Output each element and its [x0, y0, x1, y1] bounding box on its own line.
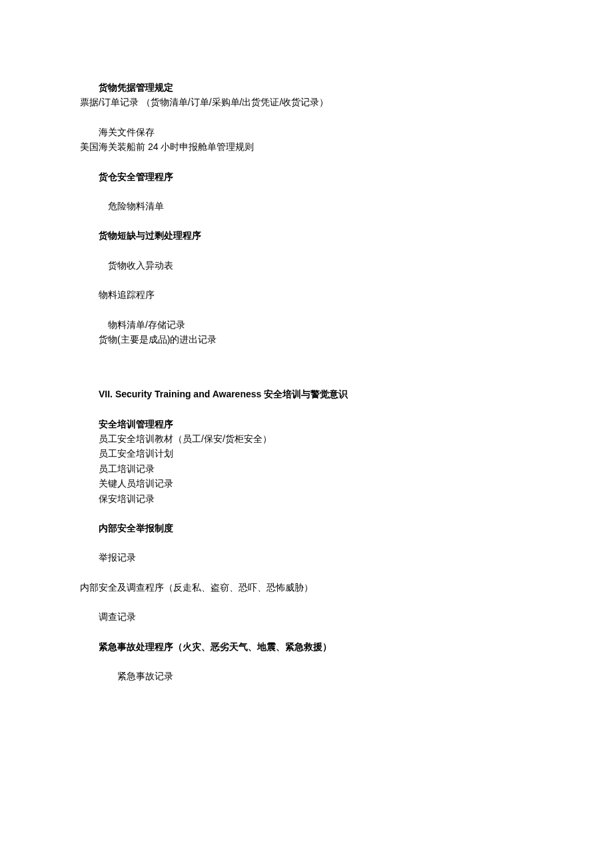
- text-investigation-record: 调查记录: [99, 609, 533, 624]
- text-report-record: 举报记录: [99, 550, 533, 565]
- heading-warehouse-safety: 货仓安全管理程序: [99, 169, 533, 184]
- heading-emergency-procedure: 紧急事故处理程序（火灾、恶劣天气、地震、紧急救援）: [99, 639, 533, 654]
- text-ticket-order-records: 票据/订单记录 （货物清单/订单/采购单/出货凭证/收货记录）: [80, 95, 533, 109]
- text-customs-file-retention: 海关文件保存: [99, 125, 533, 139]
- heading-cargo-voucher: 货物凭据管理规定: [99, 80, 533, 95]
- text-key-personnel-training-record: 关键人员培训记录: [99, 476, 533, 491]
- text-security-training-record: 保安培训记录: [99, 491, 533, 506]
- document-page: 货物凭据管理规定 票据/订单记录 （货物清单/订单/采购单/出货凭证/收货记录）…: [0, 0, 613, 737]
- text-safety-training-plan: 员工安全培训计划: [99, 446, 533, 461]
- text-cargo-in-out-records: 货物(主要是成品)的进出记录: [99, 332, 533, 347]
- text-material-tracking: 物料追踪程序: [99, 287, 533, 302]
- heading-internal-reporting: 内部安全举报制度: [99, 521, 533, 535]
- heading-internal-security-investigation: 内部安全及调查程序（反走私、盗窃、恐吓、恐怖威胁）: [80, 580, 533, 595]
- text-cargo-income-variance: 货物收入异动表: [108, 258, 533, 273]
- text-material-list-storage: 物料清单/存储记录: [108, 317, 533, 332]
- text-emergency-record: 紧急事故记录: [117, 669, 533, 683]
- text-us-customs-24hr-rule: 美国海关装船前 24 小时申报舱单管理规则: [80, 139, 533, 154]
- text-safety-training-materials: 员工安全培训教材（员工/保安/货柜安全）: [99, 431, 533, 446]
- heading-section-vii: VII. Security Training and Awareness 安全培…: [99, 387, 533, 401]
- heading-shortage-excess: 货物短缺与过剩处理程序: [99, 228, 533, 243]
- text-hazardous-materials-list: 危险物料清单: [108, 199, 533, 213]
- text-employee-training-record: 员工培训记录: [99, 461, 533, 476]
- heading-safety-training-program: 安全培训管理程序: [99, 417, 533, 431]
